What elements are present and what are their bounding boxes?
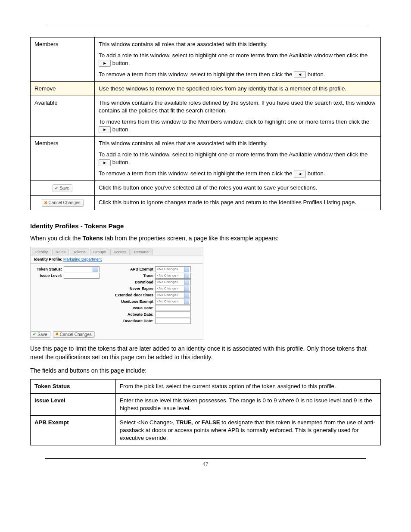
bottom-page-rule [45,458,366,459]
mock-field-label: Use/Lose Exempt [104,299,155,304]
mock-tabs: IdentityRolesTokensGroupsAccessPersonal [31,247,203,255]
mock-field-value: <No Change> [155,292,191,298]
mock-field-row: Download<No Change> [104,279,199,285]
mock-field-value [64,273,100,279]
intro-pre: When you click the [30,235,82,242]
row-label: Remove [31,81,95,96]
mock-field-value: <No Change> [155,299,191,305]
arrow-left-icon: ◄ [294,71,306,78]
mock-field-row: Issue Date: [104,305,199,311]
field-description: Enter the issue level this token possess… [115,393,380,415]
mock-field-value [155,318,191,324]
mock-field-row: Extended door times<No Change> [104,292,199,298]
mock-cancel-button: ✖Cancel Changes [53,331,95,338]
check-icon: ✔ [33,332,36,336]
section-intro: When you click the Tokens tab from the p… [30,234,381,243]
mock-field-label: Token Status: [34,267,64,271]
field-description: Select <No Change>, TRUE, or FALSE to de… [115,415,380,445]
save-button-cell: ✔Save [31,181,95,196]
cancel-icon: ✖ [44,201,47,205]
mock-field-label: Extended door times [104,293,155,297]
mock-save-button: ✔Save [31,331,50,338]
mock-tab: Identity [32,249,51,255]
mock-field-row: Deactivate Date: [104,318,199,324]
cancel-icon: ✖ [55,332,59,336]
fields-table: Token StatusFrom the pick list, select t… [30,379,381,445]
mock-field-value [155,305,191,311]
mock-tab: Tokens [70,249,89,255]
section-para1: Use this page to limit the tokens that a… [30,344,381,362]
row-description: Click this button once you've selected a… [95,181,381,196]
mock-field-row: APB Exempt<No Change> [104,266,199,272]
mock-field-row: Trace<No Change> [104,273,199,279]
tokens-form-screenshot: IdentityRolesTokensGroupsAccessPersonal … [30,247,203,340]
section-title: Identity Profiles - Tokens Page [30,222,381,230]
mock-field-value [64,266,100,272]
row-description: This window contains the available roles… [95,96,381,137]
mock-tab: Personal [131,249,153,255]
row-label: Available [31,96,95,137]
save-button: ✔Save [53,184,72,192]
field-label: Token Status [31,379,116,393]
intro-post: tab from the properties screen, a page l… [103,235,278,242]
roles-table: MembersThis window contains all roles th… [30,37,381,210]
intro-bold: Tokens [82,235,103,242]
mock-field-row: Use/Lose Exempt<No Change> [104,299,199,305]
mock-field-label: APB Exempt [104,267,155,271]
mock-field-label: Deactivate Date: [104,319,155,323]
mock-field-value: <No Change> [155,266,191,272]
top-page-rule [45,26,366,26]
mock-footer: ✔Save ✖Cancel Changes [31,330,203,339]
mock-field-label: Issue Level: [34,274,64,278]
mock-save-label: Save [37,332,47,337]
arrow-right-icon: ► [99,126,111,133]
check-icon: ✔ [55,186,58,190]
cancel-button: ✖Cancel Changes [42,199,84,207]
mock-header-link: Marketing Department [63,257,102,261]
row-description: This window contains all roles that are … [95,37,381,82]
mock-tab: Roles [52,249,69,255]
page-number: 47 [30,461,381,467]
row-description: Click this button to ignore changes made… [95,195,381,210]
mock-field-value: <No Change> [155,279,191,285]
mock-field-label: Issue Date: [104,306,155,310]
section-para2: The fields and buttons on this page incl… [30,366,381,375]
row-description: This window contains all roles that are … [95,137,381,181]
field-label: APB Exempt [31,415,116,445]
row-description: Use these windows to remove the specifie… [95,81,381,96]
field-description: From the pick list, select the current s… [115,379,380,393]
mock-field-row: Never Expire<No Change> [104,286,199,292]
mock-header-label: Identity Profile: [34,257,63,261]
cancel-button-cell: ✖Cancel Changes [31,195,95,210]
mock-field-label: Activate Date: [104,312,155,317]
mock-cancel-label: Cancel Changes [60,332,92,337]
mock-header: Identity Profile: Marketing Department [31,255,203,264]
mock-field-row: Issue Level: [34,273,100,279]
mock-field-label: Never Expire [104,286,155,291]
mock-tab: Access [110,249,130,255]
arrow-right-icon: ► [99,159,111,166]
field-label: Issue Level [31,393,116,415]
mock-field-value [155,311,191,317]
mock-field-value: <No Change> [155,273,191,279]
mock-tab: Groups [90,249,110,255]
mock-field-label: Download [104,280,155,284]
arrow-left-icon: ◄ [294,171,306,177]
mock-field-label: Trace [104,274,155,278]
mock-field-row: Activate Date: [104,311,199,317]
row-label: Members [31,37,95,82]
row-label: Members [31,137,95,181]
mock-field-row: Token Status: [34,266,100,272]
arrow-right-icon: ► [99,60,111,67]
mock-body: Token Status:Issue Level: APB Exempt<No … [31,264,203,328]
mock-field-value: <No Change> [155,286,191,292]
